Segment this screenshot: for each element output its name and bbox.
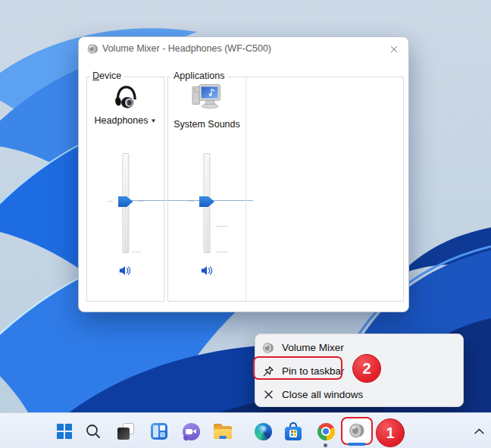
app-name: System Sounds <box>168 119 246 130</box>
chrome-button[interactable] <box>314 419 338 443</box>
volume-mixer-window: Volume Mixer - Headphones (WF-C500) Devi… <box>78 36 409 312</box>
desktop: Volume Mixer - Headphones (WF-C500) Devi… <box>0 0 491 448</box>
chrome-icon <box>317 423 335 440</box>
task-view-icon <box>117 423 134 440</box>
close-icon <box>389 45 399 54</box>
slider-thumb[interactable] <box>118 196 133 207</box>
system-sounds-column: System Sounds <box>168 77 246 301</box>
chat-icon <box>183 423 200 440</box>
app-mute-button[interactable] <box>198 263 216 278</box>
widgets-icon <box>151 423 167 440</box>
start-button[interactable] <box>52 419 77 443</box>
close-button[interactable] <box>384 40 404 58</box>
edge-icon <box>255 423 272 440</box>
app-volume-slider[interactable] <box>190 153 224 253</box>
speaker-icon <box>262 342 274 354</box>
volume-mixer-active-indicator <box>348 443 366 446</box>
chevron-down-icon: ▼ <box>150 117 156 124</box>
menu-item-label: Close all windows <box>282 389 363 400</box>
annotation-step-2: 2 <box>352 354 381 383</box>
close-icon <box>262 389 274 401</box>
chrome-running-indicator <box>324 443 327 447</box>
headphones-icon <box>111 83 140 111</box>
search-button[interactable] <box>81 419 105 443</box>
store-button[interactable] <box>281 419 305 443</box>
system-sounds-icon <box>191 83 223 110</box>
edge-button[interactable] <box>251 419 275 443</box>
task-view-button[interactable] <box>114 419 138 443</box>
device-selector[interactable]: Headphones▼ <box>87 115 164 126</box>
widgets-button[interactable] <box>147 419 171 443</box>
menu-item-label: Pin to taskbar <box>282 365 345 377</box>
chat-button[interactable] <box>179 419 203 443</box>
file-explorer-button[interactable] <box>211 419 235 443</box>
chevron-up-icon <box>474 428 484 434</box>
menu-item-close-all-windows[interactable]: Close all windows <box>255 383 463 406</box>
speaker-volume-icon <box>201 265 214 276</box>
file-explorer-icon <box>214 424 232 439</box>
speaker-volume-icon <box>119 265 132 276</box>
device-mute-button[interactable] <box>117 263 135 278</box>
volume-mixer-button[interactable] <box>345 418 369 443</box>
annotation-step-1: 1 <box>376 418 405 447</box>
device-volume-slider[interactable] <box>109 153 142 253</box>
search-icon <box>85 423 102 440</box>
show-hidden-icons-button[interactable] <box>467 419 491 443</box>
pin-icon <box>262 365 274 378</box>
device-group-label: Device <box>89 70 124 81</box>
applications-group: Applications System Sounds <box>167 77 404 302</box>
slider-thumb[interactable] <box>199 196 214 207</box>
speaker-icon <box>349 422 365 439</box>
windows-logo-icon <box>57 424 72 439</box>
window-title: Volume Mixer - Headphones (WF-C500) <box>102 43 271 54</box>
menu-item-label: Volume Mixer <box>282 342 344 353</box>
microsoft-store-icon <box>285 422 302 440</box>
title-bar[interactable]: Volume Mixer - Headphones (WF-C500) <box>79 37 408 60</box>
device-group: Device Headphones▼ <box>86 77 164 302</box>
speaker-icon <box>87 43 99 55</box>
